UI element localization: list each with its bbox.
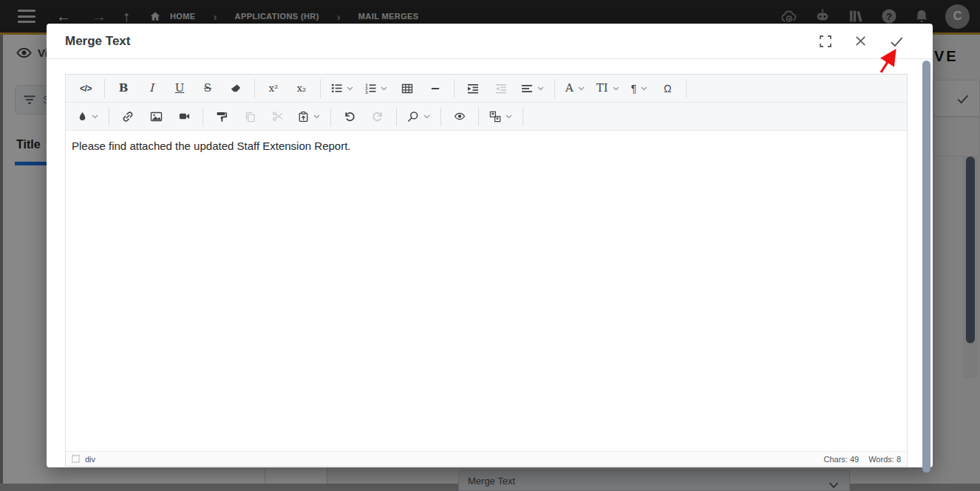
toolbar-group: BIUS — [105, 78, 254, 100]
eraser-icon — [230, 83, 242, 95]
redo-icon — [372, 111, 384, 123]
italic-button[interactable]: I — [140, 78, 163, 100]
font-family-button[interactable]: A — [562, 78, 588, 100]
italic-glyph: I — [149, 83, 154, 94]
toolbar-group — [455, 78, 554, 100]
ordered-list-button[interactable]: 123 — [362, 78, 390, 100]
editor-toolbar-row-1: </>BIUSx²x₂123ATI¶Ω — [66, 75, 907, 103]
video-icon — [178, 111, 191, 122]
chevron-down-icon — [423, 114, 430, 119]
fullscreen-button[interactable] — [818, 34, 833, 49]
merge-codes-button[interactable] — [486, 106, 515, 128]
element-path-label[interactable]: div — [85, 455, 95, 464]
chevron-down-icon — [92, 114, 98, 119]
insert-link-button[interactable] — [117, 106, 139, 128]
undo-icon — [344, 111, 355, 123]
toolbar-group — [67, 106, 109, 128]
close-button[interactable] — [854, 34, 868, 48]
editor-content-area[interactable]: Please find attached the updated Staff E… — [66, 131, 907, 451]
strikethrough-button[interactable]: S — [197, 78, 219, 100]
toolbar-group: ATI¶Ω — [555, 78, 686, 100]
redo-button[interactable] — [367, 106, 389, 128]
screen: ← → ↑ HOME › APPLICATIONS (HR) › MAIL ME… — [0, 0, 980, 491]
cut-button[interactable] — [267, 106, 289, 128]
toolbar-group — [109, 106, 203, 128]
word-count: Words: 8 — [868, 455, 901, 464]
insert-video-button[interactable] — [173, 106, 195, 128]
toolbar-group — [441, 106, 478, 128]
copy-icon — [245, 111, 256, 123]
element-path-icon — [72, 455, 80, 463]
indent-icon — [467, 83, 479, 95]
ul-icon — [331, 83, 342, 94]
toolbar-group — [479, 106, 523, 128]
dialog-title: Merge Text — [65, 34, 131, 49]
link-icon — [122, 111, 134, 123]
chevron-down-icon — [578, 86, 585, 91]
chevron-down-icon — [381, 86, 387, 91]
bold-button[interactable]: B — [112, 78, 135, 100]
outdent-button[interactable] — [490, 78, 512, 100]
zoom-button[interactable] — [404, 106, 433, 128]
paragraph-format-button[interactable]: ¶ — [628, 78, 651, 100]
chevron-down-icon — [641, 86, 647, 91]
code-view-button[interactable]: </> — [75, 78, 97, 100]
horizontal-line-button[interactable] — [424, 78, 446, 100]
chevron-down-icon — [537, 86, 544, 91]
char-count: Chars: 49 — [823, 455, 859, 464]
editor-status-bar: div Chars: 49 Words: 8 — [66, 451, 907, 466]
remove-format-button[interactable] — [225, 78, 247, 100]
paragraph-format-glyph: ¶ — [631, 83, 637, 94]
copy-button[interactable] — [239, 106, 261, 128]
droplet-icon — [78, 111, 87, 122]
dialog-header: Merge Text — [47, 24, 933, 59]
superscript-glyph: x² — [269, 83, 279, 93]
toolbar-separator — [523, 107, 523, 126]
format-painter-button[interactable] — [211, 106, 233, 128]
subscript-glyph: x₂ — [297, 83, 307, 93]
text-align-button[interactable] — [518, 78, 547, 100]
check-icon — [888, 33, 905, 49]
chevron-down-icon — [313, 114, 320, 119]
paste-button[interactable] — [295, 106, 323, 128]
outdent-icon — [495, 83, 507, 95]
fullscreen-icon — [818, 34, 833, 49]
confirm-button[interactable] — [888, 33, 905, 49]
font-family-glyph: A — [565, 83, 574, 94]
code-view-glyph: </> — [80, 84, 92, 93]
superscript-button[interactable]: x² — [262, 78, 285, 100]
chevron-down-icon — [347, 86, 353, 91]
indent-button[interactable] — [462, 78, 484, 100]
ol-icon: 123 — [365, 83, 376, 94]
toolbar-group — [331, 106, 396, 128]
subscript-button[interactable]: x₂ — [290, 78, 313, 100]
editor-text: Please find attached the updated Staff E… — [72, 140, 350, 152]
chevron-down-icon — [506, 114, 512, 119]
close-icon — [854, 34, 868, 48]
font-size-button[interactable]: TI — [593, 78, 622, 100]
special-characters-button[interactable]: Ω — [656, 78, 678, 100]
colors-button[interactable] — [75, 106, 101, 128]
paste-icon — [298, 111, 309, 123]
hr-icon — [430, 83, 440, 94]
image-icon — [150, 111, 163, 123]
editor-toolbar-row-2 — [66, 103, 907, 131]
unordered-list-button[interactable] — [328, 78, 356, 100]
merge-text-dialog: Merge Text — [47, 24, 933, 467]
align-icon — [521, 83, 533, 95]
underline-button[interactable]: U — [169, 78, 191, 100]
toolbar-group: </> — [67, 78, 104, 100]
toolbar-group — [203, 106, 330, 128]
rich-text-editor: </>BIUSx²x₂123ATI¶Ω Please find attached… — [65, 74, 908, 467]
svg-text:3: 3 — [365, 90, 367, 94]
underline-glyph: U — [175, 83, 185, 94]
insert-image-button[interactable] — [145, 106, 167, 128]
insert-table-button[interactable] — [396, 78, 418, 100]
bold-glyph: B — [119, 83, 129, 94]
magnifier-icon — [407, 111, 419, 123]
modal-scrollbar-thumb[interactable] — [922, 61, 930, 473]
preview-button[interactable] — [449, 106, 471, 128]
chevron-down-icon — [613, 86, 619, 91]
painter-icon — [216, 111, 228, 123]
undo-button[interactable] — [338, 106, 361, 128]
